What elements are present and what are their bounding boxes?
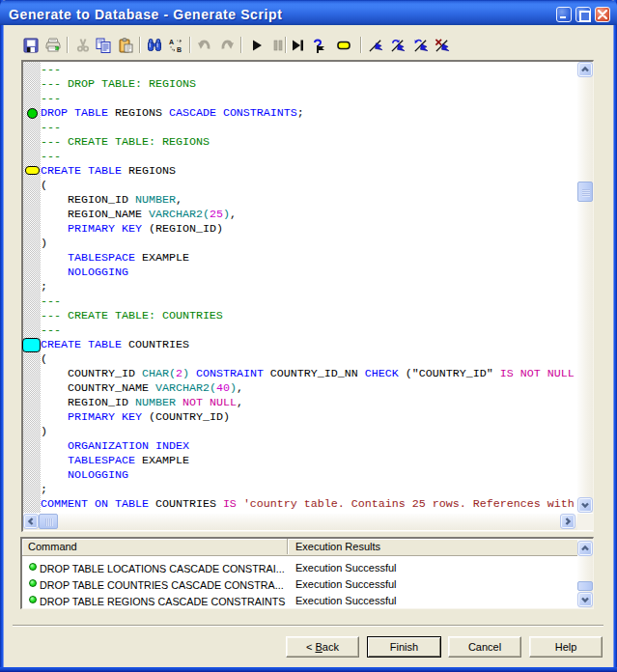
svg-text:B: B (177, 46, 182, 53)
svg-text:A: A (169, 39, 174, 45)
